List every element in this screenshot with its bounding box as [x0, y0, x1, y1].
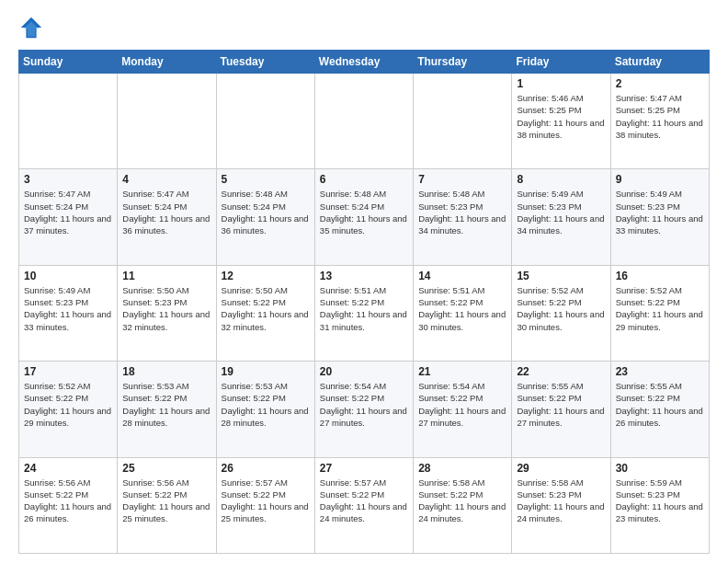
day-number: 7: [418, 173, 506, 186]
day-number: 15: [517, 270, 605, 282]
cell-w2-d7: 9Sunrise: 5:49 AM Sunset: 5:23 PM Daylig…: [610, 169, 709, 265]
cell-w5-d3: 26Sunrise: 5:57 AM Sunset: 5:22 PM Dayli…: [216, 457, 314, 553]
day-info: Sunrise: 5:51 AM Sunset: 5:22 PM Dayligh…: [418, 284, 506, 333]
day-number: 1: [517, 77, 605, 90]
logo-icon: [18, 15, 44, 40]
cell-w4-d7: 23Sunrise: 5:55 AM Sunset: 5:22 PM Dayli…: [610, 362, 709, 457]
day-info: Sunrise: 5:50 AM Sunset: 5:23 PM Dayligh…: [122, 284, 210, 333]
day-number: 6: [320, 173, 408, 186]
day-info: Sunrise: 5:56 AM Sunset: 5:22 PM Dayligh…: [24, 477, 112, 525]
day-info: Sunrise: 5:51 AM Sunset: 5:22 PM Dayligh…: [320, 284, 408, 333]
week-row-4: 17Sunrise: 5:52 AM Sunset: 5:22 PM Dayli…: [19, 362, 710, 457]
cell-w2-d4: 6Sunrise: 5:48 AM Sunset: 5:24 PM Daylig…: [314, 169, 413, 265]
day-info: Sunrise: 5:59 AM Sunset: 5:23 PM Dayligh…: [616, 477, 704, 525]
day-info: Sunrise: 5:52 AM Sunset: 5:22 PM Dayligh…: [517, 284, 605, 333]
day-info: Sunrise: 5:53 AM Sunset: 5:22 PM Dayligh…: [222, 380, 310, 429]
cell-w3-d5: 14Sunrise: 5:51 AM Sunset: 5:22 PM Dayli…: [414, 265, 512, 361]
day-info: Sunrise: 5:57 AM Sunset: 5:22 PM Dayligh…: [222, 477, 310, 525]
cell-w5-d4: 27Sunrise: 5:57 AM Sunset: 5:22 PM Dayli…: [314, 457, 413, 553]
page: Sunday Monday Tuesday Wednesday Thursday…: [0, 0, 728, 563]
cell-w2-d6: 8Sunrise: 5:49 AM Sunset: 5:23 PM Daylig…: [512, 169, 610, 265]
day-info: Sunrise: 5:58 AM Sunset: 5:22 PM Dayligh…: [418, 477, 506, 525]
day-number: 11: [122, 270, 210, 282]
logo: [18, 15, 48, 40]
week-row-2: 3Sunrise: 5:47 AM Sunset: 5:24 PM Daylig…: [19, 169, 710, 265]
day-info: Sunrise: 5:47 AM Sunset: 5:25 PM Dayligh…: [616, 92, 704, 141]
day-info: Sunrise: 5:47 AM Sunset: 5:24 PM Dayligh…: [122, 188, 210, 236]
cell-w3-d3: 12Sunrise: 5:50 AM Sunset: 5:22 PM Dayli…: [216, 265, 314, 361]
col-sunday: Sunday: [19, 51, 118, 74]
day-info: Sunrise: 5:54 AM Sunset: 5:22 PM Dayligh…: [320, 380, 408, 429]
day-info: Sunrise: 5:52 AM Sunset: 5:22 PM Dayligh…: [616, 284, 704, 333]
calendar-body: 1Sunrise: 5:46 AM Sunset: 5:25 PM Daylig…: [19, 74, 710, 554]
cell-w3-d7: 16Sunrise: 5:52 AM Sunset: 5:22 PM Dayli…: [610, 265, 709, 361]
day-info: Sunrise: 5:53 AM Sunset: 5:22 PM Dayligh…: [122, 380, 210, 429]
cell-w1-d3: [216, 74, 314, 169]
cell-w1-d4: [314, 74, 413, 169]
cell-w5-d5: 28Sunrise: 5:58 AM Sunset: 5:22 PM Dayli…: [414, 457, 512, 553]
day-info: Sunrise: 5:58 AM Sunset: 5:23 PM Dayligh…: [517, 477, 605, 525]
day-number: 10: [24, 270, 112, 282]
cell-w3-d6: 15Sunrise: 5:52 AM Sunset: 5:22 PM Dayli…: [512, 265, 610, 361]
day-number: 16: [616, 270, 704, 282]
day-number: 14: [418, 270, 506, 282]
day-info: Sunrise: 5:48 AM Sunset: 5:24 PM Dayligh…: [320, 188, 408, 236]
day-number: 20: [320, 365, 408, 378]
cell-w4-d3: 19Sunrise: 5:53 AM Sunset: 5:22 PM Dayli…: [216, 362, 314, 457]
day-info: Sunrise: 5:49 AM Sunset: 5:23 PM Dayligh…: [517, 188, 605, 236]
calendar-table: Sunday Monday Tuesday Wednesday Thursday…: [18, 50, 710, 554]
cell-w1-d5: [414, 74, 512, 169]
cell-w2-d3: 5Sunrise: 5:48 AM Sunset: 5:24 PM Daylig…: [216, 169, 314, 265]
day-info: Sunrise: 5:55 AM Sunset: 5:22 PM Dayligh…: [616, 380, 704, 429]
col-saturday: Saturday: [610, 51, 709, 74]
day-info: Sunrise: 5:56 AM Sunset: 5:22 PM Dayligh…: [122, 477, 210, 525]
day-info: Sunrise: 5:54 AM Sunset: 5:22 PM Dayligh…: [418, 380, 506, 429]
cell-w5-d2: 25Sunrise: 5:56 AM Sunset: 5:22 PM Dayli…: [118, 457, 216, 553]
day-info: Sunrise: 5:48 AM Sunset: 5:24 PM Dayligh…: [222, 188, 310, 236]
cell-w1-d1: [19, 74, 118, 169]
col-monday: Monday: [118, 51, 216, 74]
cell-w5-d1: 24Sunrise: 5:56 AM Sunset: 5:22 PM Dayli…: [19, 457, 118, 553]
day-number: 8: [517, 173, 605, 186]
cell-w2-d1: 3Sunrise: 5:47 AM Sunset: 5:24 PM Daylig…: [19, 169, 118, 265]
day-number: 27: [320, 462, 408, 475]
week-row-3: 10Sunrise: 5:49 AM Sunset: 5:23 PM Dayli…: [19, 265, 710, 361]
cell-w5-d7: 30Sunrise: 5:59 AM Sunset: 5:23 PM Dayli…: [610, 457, 709, 553]
cell-w2-d2: 4Sunrise: 5:47 AM Sunset: 5:24 PM Daylig…: [118, 169, 216, 265]
week-row-5: 24Sunrise: 5:56 AM Sunset: 5:22 PM Dayli…: [19, 457, 710, 553]
day-info: Sunrise: 5:52 AM Sunset: 5:22 PM Dayligh…: [24, 380, 112, 429]
cell-w3-d1: 10Sunrise: 5:49 AM Sunset: 5:23 PM Dayli…: [19, 265, 118, 361]
day-number: 23: [616, 365, 704, 378]
cell-w4-d2: 18Sunrise: 5:53 AM Sunset: 5:22 PM Dayli…: [118, 362, 216, 457]
cell-w3-d2: 11Sunrise: 5:50 AM Sunset: 5:23 PM Dayli…: [118, 265, 216, 361]
day-number: 22: [517, 365, 605, 378]
day-number: 30: [616, 462, 704, 475]
day-number: 25: [122, 462, 210, 475]
day-info: Sunrise: 5:55 AM Sunset: 5:22 PM Dayligh…: [517, 380, 605, 429]
day-number: 28: [418, 462, 506, 475]
day-info: Sunrise: 5:46 AM Sunset: 5:25 PM Dayligh…: [517, 92, 605, 141]
calendar-header-row: Sunday Monday Tuesday Wednesday Thursday…: [19, 51, 710, 74]
day-number: 2: [616, 77, 704, 90]
day-number: 21: [418, 365, 506, 378]
cell-w4-d6: 22Sunrise: 5:55 AM Sunset: 5:22 PM Dayli…: [512, 362, 610, 457]
day-number: 5: [222, 173, 310, 186]
day-number: 19: [222, 365, 310, 378]
week-row-1: 1Sunrise: 5:46 AM Sunset: 5:25 PM Daylig…: [19, 74, 710, 169]
cell-w5-d6: 29Sunrise: 5:58 AM Sunset: 5:23 PM Dayli…: [512, 457, 610, 553]
day-number: 4: [122, 173, 210, 186]
day-number: 29: [517, 462, 605, 475]
day-number: 13: [320, 270, 408, 282]
cell-w1-d2: [118, 74, 216, 169]
col-wednesday: Wednesday: [314, 51, 413, 74]
day-number: 17: [24, 365, 112, 378]
day-info: Sunrise: 5:47 AM Sunset: 5:24 PM Dayligh…: [24, 188, 112, 236]
day-info: Sunrise: 5:48 AM Sunset: 5:23 PM Dayligh…: [418, 188, 506, 236]
day-number: 12: [222, 270, 310, 282]
col-friday: Friday: [512, 51, 610, 74]
day-info: Sunrise: 5:49 AM Sunset: 5:23 PM Dayligh…: [24, 284, 112, 333]
day-info: Sunrise: 5:50 AM Sunset: 5:22 PM Dayligh…: [222, 284, 310, 333]
cell-w4-d1: 17Sunrise: 5:52 AM Sunset: 5:22 PM Dayli…: [19, 362, 118, 457]
header: [18, 15, 710, 40]
cell-w3-d4: 13Sunrise: 5:51 AM Sunset: 5:22 PM Dayli…: [314, 265, 413, 361]
